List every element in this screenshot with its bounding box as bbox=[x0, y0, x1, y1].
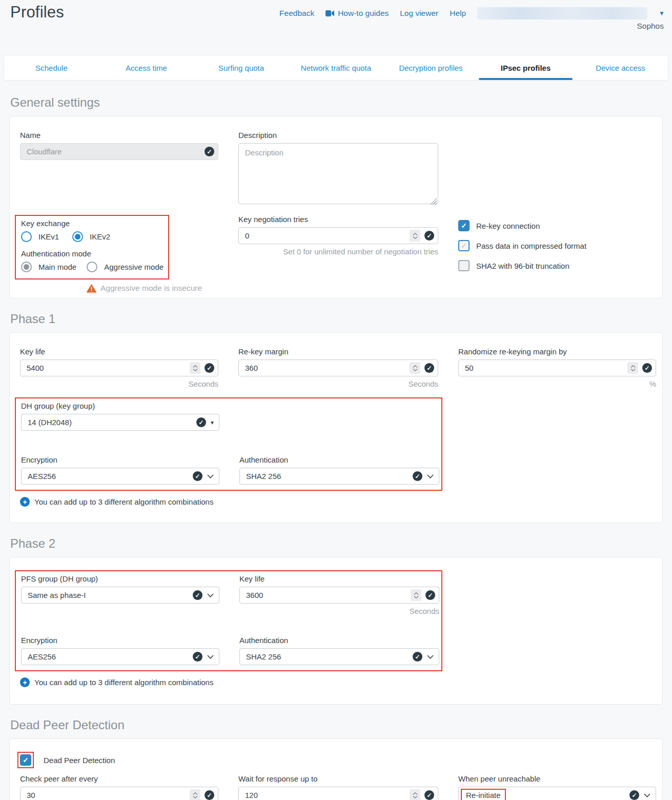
peer-unreachable-select[interactable]: Re-initiate ✓ bbox=[458, 787, 656, 800]
phase2-algorithms-annotation-box: PFS group (DH group) Same as phase-I ✓ K… bbox=[15, 570, 442, 671]
howto-guides-link[interactable]: How-to guides bbox=[325, 9, 389, 18]
brand-label: Sophos bbox=[637, 22, 664, 31]
valid-check-icon: ✓ bbox=[205, 363, 214, 373]
radio-aggressive-mode[interactable]: Aggressive mode bbox=[87, 262, 164, 272]
dpd-heading: Dead Peer Detection bbox=[10, 718, 663, 732]
name-input bbox=[20, 143, 218, 160]
radio-main-mode-control[interactable] bbox=[21, 262, 32, 272]
dpd-checkbox-annotation-box: ✓ bbox=[17, 752, 34, 768]
radio-ikev1-control[interactable] bbox=[21, 231, 32, 242]
tab-access-time[interactable]: Access time bbox=[99, 55, 194, 80]
radio-ikev1[interactable]: IKEv1 bbox=[21, 231, 59, 242]
randomize-margin-unit: % bbox=[458, 379, 656, 388]
rekey-margin-unit: Seconds bbox=[238, 379, 438, 388]
key-negotiation-tries-input[interactable] bbox=[238, 227, 438, 244]
key-life-label: Key life bbox=[20, 347, 218, 356]
compressed-format-checkbox[interactable]: ✓ bbox=[458, 240, 470, 251]
phase2-key-life-input[interactable] bbox=[239, 587, 439, 604]
key-negotiation-tries-label: Key negotiation tries bbox=[238, 215, 438, 224]
wait-response-label: Wait for response up to bbox=[238, 774, 438, 783]
tab-schedule[interactable]: Schedule bbox=[4, 55, 99, 80]
log-viewer-link[interactable]: Log viewer bbox=[400, 9, 438, 18]
number-stepper[interactable] bbox=[410, 362, 420, 374]
dpd-enable-checkbox[interactable]: ✓ bbox=[20, 754, 31, 766]
valid-check-icon: ✓ bbox=[205, 147, 214, 156]
description-textarea[interactable] bbox=[238, 143, 438, 204]
peer-unreachable-label: When peer unreachable bbox=[458, 774, 656, 783]
rekey-margin-input[interactable] bbox=[238, 359, 438, 376]
phase2-add-combination[interactable]: + You can add up to 3 different algorith… bbox=[20, 677, 656, 687]
tab-device-access[interactable]: Device access bbox=[573, 55, 668, 80]
valid-check-icon: ✓ bbox=[642, 363, 652, 373]
dpd-card: ✓ Dead Peer Detection Check peer after e… bbox=[9, 738, 663, 800]
chevron-down-icon bbox=[427, 655, 434, 659]
radio-ikev2-control[interactable] bbox=[72, 231, 83, 242]
check-peer-label: Check peer after every bbox=[20, 774, 218, 783]
phase1-encryption-select[interactable]: AES256 ✓ bbox=[21, 468, 219, 485]
radio-main-mode[interactable]: Main mode bbox=[21, 262, 76, 272]
authentication-label: Authentication bbox=[239, 455, 439, 464]
phase1-card: Key life ✓ Seconds Re-key margin bbox=[9, 332, 663, 523]
key-negotiation-hint: Set 0 for unlimited number of negotiatio… bbox=[238, 247, 438, 256]
key-life-input[interactable] bbox=[20, 359, 218, 376]
plus-circle-icon[interactable]: + bbox=[20, 677, 30, 687]
phase2-authentication-select[interactable]: SHA2 256 ✓ bbox=[239, 648, 439, 665]
valid-check-icon: ✓ bbox=[205, 790, 214, 800]
valid-check-icon: ✓ bbox=[196, 417, 206, 427]
number-stepper[interactable] bbox=[190, 362, 200, 374]
key-life-unit: Seconds bbox=[20, 379, 218, 388]
rekey-connection-checkbox[interactable]: ✓ bbox=[458, 220, 470, 231]
warning-triangle-icon bbox=[87, 284, 96, 293]
radio-aggressive-mode-control[interactable] bbox=[87, 262, 97, 272]
number-stepper[interactable] bbox=[410, 230, 420, 242]
dropdown-caret-icon: ▾ bbox=[211, 419, 214, 426]
valid-check-icon: ✓ bbox=[413, 652, 422, 662]
chevron-down-icon bbox=[207, 655, 214, 659]
pfs-group-label: PFS group (DH group) bbox=[21, 574, 219, 583]
tab-surfing-quota[interactable]: Surfing quota bbox=[194, 55, 289, 80]
chevron-down-icon bbox=[207, 474, 214, 478]
aggressive-mode-warning: Aggressive mode is insecure bbox=[87, 284, 218, 293]
help-link[interactable]: Help bbox=[450, 9, 466, 18]
plus-circle-icon[interactable]: + bbox=[20, 497, 30, 507]
wait-response-input[interactable] bbox=[238, 787, 438, 800]
key-exchange-annotation-box: Key exchange IKEv1 IKEv2 Authentication … bbox=[15, 215, 169, 279]
phase1-algorithms-annotation-box: DH group (key group) 14 (DH2048) ✓ ▾ Enc… bbox=[15, 397, 442, 491]
phase2-encryption-select[interactable]: AES256 ✓ bbox=[21, 648, 219, 665]
authentication-mode-label: Authentication mode bbox=[21, 249, 168, 258]
compressed-format-checkbox-row[interactable]: ✓ Pass data in compressed format bbox=[458, 240, 656, 251]
number-stepper[interactable] bbox=[190, 789, 200, 800]
tab-decryption-profiles[interactable]: Decryption profiles bbox=[383, 55, 478, 80]
phase1-authentication-select[interactable]: SHA2 256 ✓ bbox=[239, 468, 439, 485]
name-label: Name bbox=[20, 131, 218, 139]
dpd-enable-row[interactable]: ✓ Dead Peer Detection bbox=[20, 754, 656, 766]
number-stepper[interactable] bbox=[410, 789, 420, 800]
number-stepper[interactable] bbox=[627, 362, 638, 374]
general-settings-heading: General settings bbox=[10, 95, 663, 110]
tab-network-traffic-quota[interactable]: Network traffic quota bbox=[289, 55, 383, 80]
valid-check-icon: ✓ bbox=[424, 231, 434, 241]
general-settings-card: Name ✓ Description Key exchange bbox=[9, 116, 663, 298]
tab-ipsec-profiles[interactable]: IPsec profiles bbox=[478, 55, 573, 80]
account-caret-down-icon[interactable]: ▼ bbox=[659, 10, 665, 16]
reinitiate-annotation-box: Re-initiate bbox=[461, 789, 506, 800]
randomize-margin-input[interactable] bbox=[458, 359, 656, 376]
chevron-down-icon bbox=[644, 793, 650, 797]
check-peer-input[interactable] bbox=[20, 787, 218, 800]
feedback-link[interactable]: Feedback bbox=[279, 9, 314, 18]
phase1-add-combination[interactable]: + You can add up to 3 different algorith… bbox=[20, 497, 656, 507]
rekey-connection-checkbox-row[interactable]: ✓ Re-key connection bbox=[458, 220, 656, 231]
valid-check-icon: ✓ bbox=[193, 652, 202, 662]
account-selector-redacted[interactable] bbox=[477, 7, 647, 19]
number-stepper[interactable] bbox=[411, 589, 421, 601]
rekey-margin-label: Re-key margin bbox=[238, 347, 438, 356]
encryption-label: Encryption bbox=[21, 455, 219, 464]
phase1-heading: Phase 1 bbox=[10, 312, 663, 326]
sha2-truncation-checkbox[interactable] bbox=[458, 260, 470, 271]
valid-check-icon: ✓ bbox=[629, 790, 639, 800]
dh-group-select[interactable]: 14 (DH2048) ✓ ▾ bbox=[21, 414, 219, 431]
sha2-truncation-checkbox-row[interactable]: SHA2 with 96-bit truncation bbox=[458, 260, 656, 271]
phase2-heading: Phase 2 bbox=[10, 536, 663, 551]
radio-ikev2[interactable]: IKEv2 bbox=[72, 231, 110, 242]
pfs-group-select[interactable]: Same as phase-I ✓ bbox=[21, 587, 219, 604]
